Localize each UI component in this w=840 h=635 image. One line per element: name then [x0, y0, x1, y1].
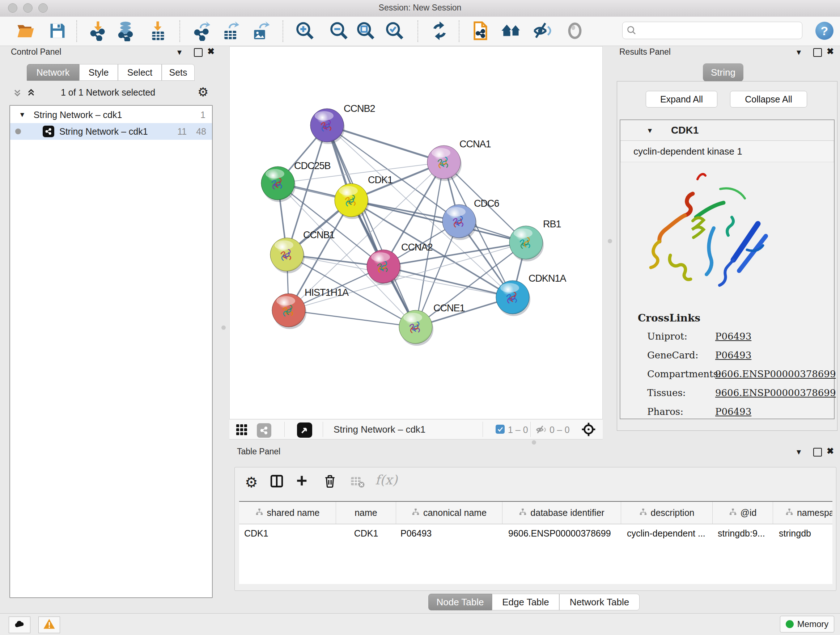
tab-style[interactable]: Style	[79, 64, 118, 81]
network-node[interactable]: HIST1H1A	[272, 287, 349, 329]
panel-collapse-icon[interactable]: ▾	[797, 448, 801, 456]
table-cell[interactable]: 9606.ENSP00000378699	[502, 524, 621, 542]
network-node[interactable]: RB1	[509, 219, 561, 261]
table-cell[interactable]: cyclin-dependent ...	[621, 524, 713, 542]
collapse-all-button[interactable]: Collapse All	[730, 91, 807, 108]
zoom-selected-button[interactable]	[384, 21, 405, 42]
collapse-all-networks-icon[interactable]	[12, 88, 22, 99]
gene-header-row[interactable]: ▼ CDK1	[621, 120, 834, 141]
crosshair-icon[interactable]	[581, 422, 596, 439]
panel-close-icon[interactable]: ✖	[827, 47, 834, 56]
table-cell[interactable]: stringdb	[773, 524, 832, 542]
help-button[interactable]: ?	[815, 22, 834, 40]
memory-button[interactable]: Memory	[780, 616, 834, 632]
crosslink-value[interactable]: P06493	[715, 331, 752, 342]
panel-float-icon[interactable]	[194, 48, 202, 57]
hidden-eye-slash-icon[interactable]	[535, 424, 546, 437]
crosslink-value[interactable]: P06493	[715, 406, 752, 417]
share-document-button[interactable]	[470, 21, 491, 42]
splitter-handle-left[interactable]	[221, 325, 226, 330]
table-cell[interactable]: CDK1	[336, 524, 396, 542]
tab-sets[interactable]: Sets	[162, 64, 195, 81]
save-session-button[interactable]	[47, 21, 68, 42]
import-network-database-button[interactable]	[115, 21, 136, 42]
warning-button[interactable]	[38, 616, 60, 633]
panel-float-icon[interactable]	[813, 448, 822, 456]
grid-view-icon[interactable]	[235, 423, 248, 438]
toolbar-separator	[180, 20, 180, 42]
panel-float-icon[interactable]	[813, 48, 822, 57]
expand-all-networks-icon[interactable]	[26, 88, 36, 99]
gear-icon[interactable]: ⚙	[197, 85, 208, 99]
crosslink-value[interactable]: 9606.ENSP00000378699	[715, 387, 836, 398]
network-edge[interactable]	[384, 266, 513, 297]
panel-collapse-icon[interactable]: ▾	[797, 48, 801, 57]
network-node[interactable]: CDK1	[335, 174, 393, 219]
tab-select[interactable]: Select	[118, 64, 162, 81]
column-header-shared-name[interactable]: shared name	[239, 502, 336, 524]
crosslink-value[interactable]: P06493	[715, 350, 752, 361]
table-cell[interactable]: stringdb:9...	[713, 524, 773, 542]
table-cell[interactable]: CDK1	[239, 524, 336, 542]
import-table-button[interactable]	[148, 21, 169, 42]
zoom-out-button[interactable]	[328, 21, 349, 42]
column-header-name[interactable]: name	[336, 502, 396, 524]
hide-glass-button[interactable]	[531, 21, 553, 42]
tab-string[interactable]: String	[703, 63, 744, 81]
zoom-fit-button[interactable]	[355, 21, 376, 42]
presentation-mode-button[interactable]	[564, 21, 585, 42]
selected-checkbox-icon[interactable]	[496, 424, 505, 434]
import-network-icon	[88, 21, 109, 42]
column-header-namespace[interactable]: namespace	[773, 502, 832, 524]
table-cell[interactable]: P06493	[396, 524, 502, 542]
delete-table-icon[interactable]	[350, 474, 365, 489]
tab-edge-table[interactable]: Edge Table	[492, 594, 559, 610]
cloud-button[interactable]	[9, 616, 30, 633]
column-header-canonical-name[interactable]: canonical name	[396, 502, 502, 524]
search-input[interactable]	[638, 24, 799, 37]
network-node[interactable]: CCNB1	[270, 230, 335, 273]
gray-eye-icon	[565, 21, 584, 42]
column-header-id[interactable]: @id	[713, 502, 773, 524]
network-graph[interactable]: CCNB2CCNA1CDC25BCDK1CDC6RB1CCNB1CCNA2CDK…	[230, 47, 602, 419]
open-session-button[interactable]	[15, 21, 36, 42]
network-canvas[interactable]: CCNB2CCNA1CDC25BCDK1CDC6RB1CCNB1CCNA2CDK…	[229, 46, 603, 419]
splitter-handle-bottom[interactable]	[532, 440, 536, 445]
string-home-button[interactable]	[501, 21, 522, 42]
birds-eye-view-icon[interactable]	[297, 423, 312, 438]
tab-network[interactable]: Network	[27, 64, 79, 81]
memory-label: Memory	[797, 619, 829, 629]
column-header-description[interactable]: description	[621, 502, 713, 524]
expand-all-button[interactable]: Expand All	[646, 91, 717, 108]
network-collection-row[interactable]: ▼ String Network – cdk1 1	[10, 106, 212, 123]
network-node[interactable]: CCNA1	[427, 139, 491, 181]
trash-icon[interactable]	[323, 474, 337, 488]
splitter-handle-right[interactable]	[608, 239, 612, 243]
export-network-button[interactable]	[192, 21, 213, 42]
tree-expand-icon[interactable]: ▼	[19, 111, 26, 119]
panel-close-icon[interactable]: ✖	[207, 47, 215, 56]
folder-open-icon	[16, 21, 35, 42]
network-view-share-icon[interactable]	[257, 423, 271, 438]
crosslink-value[interactable]: 9606.ENSP00000378699	[715, 369, 836, 379]
panel-collapse-icon[interactable]: ▾	[177, 48, 182, 57]
add-column-icon[interactable]: +	[296, 470, 307, 491]
tab-node-table[interactable]: Node Table	[428, 594, 492, 610]
network-node-label: CDC6	[474, 198, 499, 209]
import-network-file-button[interactable]	[88, 21, 109, 42]
column-header-database-identifier[interactable]: database identifier	[502, 502, 621, 524]
export-image-button[interactable]	[250, 21, 271, 42]
collapse-entry-icon[interactable]: ▼	[646, 127, 653, 135]
network-node[interactable]: CCNE1	[399, 302, 465, 346]
zoom-in-button[interactable]	[294, 21, 316, 42]
network-edge[interactable]	[327, 125, 444, 162]
panel-close-icon[interactable]: ✖	[827, 447, 834, 455]
refresh-button[interactable]	[429, 21, 450, 42]
export-table-button[interactable]	[221, 21, 242, 42]
network-node[interactable]: CDKN1A	[496, 273, 567, 316]
network-row-selected[interactable]: String Network – cdk1 11 48	[10, 123, 212, 140]
network-edge[interactable]	[289, 310, 416, 327]
table-gear-icon[interactable]: ⚙	[245, 474, 258, 491]
columns-icon[interactable]	[270, 474, 284, 488]
tab-network-table[interactable]: Network Table	[559, 594, 639, 610]
